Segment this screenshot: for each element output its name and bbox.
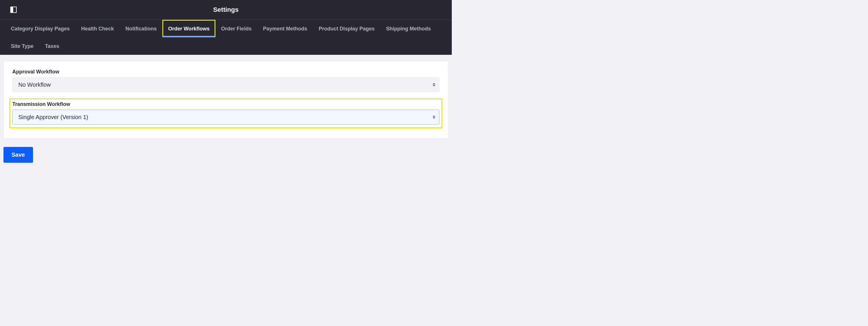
transmission-workflow-select[interactable]: Single Approver (Version 1) [12,110,439,124]
transmission-workflow-value: Single Approver (Version 1) [12,110,439,124]
tab-payment-methods[interactable]: Payment Methods [257,20,313,37]
tab-shipping-methods[interactable]: Shipping Methods [380,20,437,37]
tab-health-check[interactable]: Health Check [75,20,120,37]
tab-notifications[interactable]: Notifications [120,20,162,37]
tab-taxes[interactable]: Taxes [39,37,65,55]
tab-order-workflows[interactable]: Order Workflows [162,20,215,37]
tab-product-display-pages[interactable]: Product Display Pages [313,20,380,37]
approval-workflow-field: Approval Workflow No Workflow [12,69,439,92]
approval-workflow-select[interactable]: No Workflow [12,77,439,92]
save-button[interactable]: Save [3,147,33,163]
tab-site-type[interactable]: Site Type [5,37,39,55]
sidebar-toggle-icon[interactable] [10,7,17,13]
topbar: Settings [0,0,452,20]
page-title: Settings [213,6,239,13]
tab-order-fields[interactable]: Order Fields [215,20,257,37]
tabbar: Category Display Pages Health Check Noti… [0,20,452,55]
header: Settings Category Display Pages Health C… [0,0,452,55]
tab-category-display-pages[interactable]: Category Display Pages [5,20,75,37]
settings-panel: Approval Workflow No Workflow Transmissi… [3,61,448,138]
transmission-workflow-field: Transmission Workflow Single Approver (V… [9,98,442,128]
content: Approval Workflow No Workflow Transmissi… [0,55,452,163]
approval-workflow-value: No Workflow [12,77,439,92]
transmission-workflow-label: Transmission Workflow [12,101,439,107]
button-bar: Save [3,138,448,163]
approval-workflow-label: Approval Workflow [12,69,439,75]
